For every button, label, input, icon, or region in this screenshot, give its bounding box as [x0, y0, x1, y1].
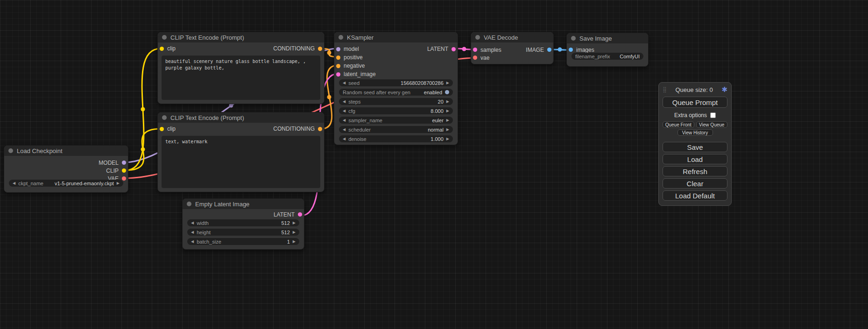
slot-label: MODEL	[99, 160, 119, 166]
node-clip-text-encode-negative[interactable]: CLIP Text Encode (Prompt) clip CONDITION…	[157, 112, 325, 192]
output-slot-image[interactable]	[547, 48, 551, 52]
output-slot-conditioning[interactable]	[318, 127, 322, 131]
widget-scheduler[interactable]: ◀ scheduler normal ▶	[339, 126, 453, 133]
node-ksampler[interactable]: KSampler model positive negative latent_…	[334, 32, 458, 145]
input-slot-negative[interactable]	[336, 64, 340, 68]
slot-label: clip	[167, 45, 176, 52]
input-slot-images[interactable]	[569, 48, 573, 52]
widget-batch-size[interactable]: ◀ batch_size 1 ▶	[187, 238, 299, 245]
clear-button[interactable]: Clear	[663, 178, 727, 189]
arrow-right-icon[interactable]: ▶	[446, 128, 449, 132]
link-midpoint-dot	[327, 51, 332, 55]
load-button[interactable]: Load	[663, 154, 727, 164]
slot-label: CLIP	[106, 168, 119, 174]
widget-label: filename_prefix	[575, 54, 610, 59]
widget-filename-prefix[interactable]: filename_prefix ComfyUI	[572, 53, 643, 60]
view-history-button[interactable]: View History	[677, 129, 713, 136]
widget-cfg[interactable]: ◀ cfg 8.000 ▶	[339, 107, 453, 114]
arrow-right-icon[interactable]: ▶	[117, 182, 120, 185]
settings-gear-icon[interactable]: ✱	[721, 85, 727, 94]
queue-panel-header: ⣿ Queue size: 0 ✱	[663, 85, 727, 94]
collapse-dot[interactable]	[162, 35, 167, 40]
arrow-right-icon[interactable]: ▶	[446, 119, 449, 122]
widget-ckpt-name[interactable]: ◀ ckpt_name v1-5-pruned-emaonly.ckpt ▶	[9, 180, 123, 187]
input-slot-positive[interactable]	[336, 56, 340, 60]
output-slot-vae[interactable]	[122, 176, 126, 181]
arrow-right-icon[interactable]: ▶	[446, 137, 449, 141]
arrow-left-icon[interactable]: ◀	[191, 231, 194, 234]
output-slot-conditioning[interactable]	[318, 47, 322, 51]
refresh-button[interactable]: Refresh	[663, 166, 727, 176]
output-slot-latent[interactable]	[452, 47, 456, 51]
node-load-checkpoint[interactable]: Load Checkpoint MODEL CLIP VAE ◀ ckpt_na…	[4, 145, 128, 193]
arrow-right-icon[interactable]: ▶	[446, 81, 449, 85]
arrow-right-icon[interactable]: ▶	[446, 109, 449, 113]
input-slot-clip[interactable]	[160, 47, 164, 51]
widget-denoise[interactable]: ◀ denoise 1.000 ▶	[339, 135, 453, 142]
arrow-left-icon[interactable]: ◀	[191, 221, 194, 225]
widget-seed[interactable]: ◀ seed 156680208700286 ▶	[339, 79, 453, 86]
output-slot-clip[interactable]	[122, 168, 126, 173]
collapse-dot[interactable]	[187, 202, 191, 206]
arrow-left-icon[interactable]: ◀	[191, 240, 194, 244]
queue-prompt-button[interactable]: Queue Prompt	[663, 97, 727, 108]
node-save-image[interactable]: Save Image images filename_prefix ComfyU…	[566, 33, 649, 67]
arrow-left-icon[interactable]: ◀	[343, 128, 346, 132]
arrow-right-icon[interactable]: ▶	[293, 231, 296, 234]
input-slot-latent-image[interactable]	[336, 72, 340, 77]
input-slot-vae[interactable]	[473, 56, 477, 60]
arrow-right-icon[interactable]: ▶	[446, 100, 449, 104]
arrow-left-icon[interactable]: ◀	[13, 182, 15, 185]
prompt-text-negative[interactable]: text, watermark	[162, 136, 320, 188]
load-default-button[interactable]: Load Default	[663, 190, 727, 201]
node-vae-decode[interactable]: VAE Decode samples vae IMAGE	[471, 32, 554, 64]
collapse-dot[interactable]	[339, 35, 343, 40]
output-slot-latent[interactable]	[298, 212, 302, 217]
collapse-dot[interactable]	[571, 36, 576, 41]
input-slot-clip[interactable]	[160, 127, 164, 131]
collapse-dot[interactable]	[8, 148, 13, 153]
widget-label: height	[197, 230, 211, 235]
queue-panel[interactable]: ⣿ Queue size: 0 ✱ Queue Prompt Extra opt…	[658, 82, 732, 206]
link-midpoint-dot	[558, 48, 562, 52]
arrow-left-icon[interactable]: ◀	[343, 137, 346, 141]
view-queue-button[interactable]: View Queue	[696, 121, 728, 128]
link-midpoint-dot	[462, 47, 466, 51]
drag-handle-icon[interactable]: ⣿	[663, 86, 667, 93]
slot-label: clip	[167, 126, 176, 132]
widget-value: 20	[438, 99, 444, 105]
arrow-left-icon[interactable]: ◀	[343, 119, 346, 122]
collapse-dot[interactable]	[475, 35, 480, 40]
arrow-left-icon[interactable]: ◀	[343, 109, 346, 113]
widget-label: width	[197, 220, 209, 226]
prompt-text-positive[interactable]: beautiful scenery nature glass bottle la…	[162, 56, 320, 100]
queue-front-button[interactable]: Queue Front	[663, 121, 694, 128]
arrow-right-icon[interactable]: ▶	[293, 240, 296, 244]
widget-value: ComfyUI	[620, 54, 640, 59]
input-slot-model[interactable]	[336, 47, 340, 51]
widget-label: cfg	[348, 108, 355, 114]
toggle-knob[interactable]	[445, 90, 449, 94]
extra-options-checkbox[interactable]	[710, 112, 716, 118]
widget-sampler-name[interactable]: ◀ sampler_name euler ▶	[339, 117, 453, 124]
input-slot-samples[interactable]	[473, 48, 477, 52]
arrow-right-icon[interactable]: ▶	[293, 221, 296, 225]
widget-label: scheduler	[348, 127, 371, 133]
widget-value: 156680208700286	[401, 80, 444, 86]
save-button[interactable]: Save	[663, 142, 727, 152]
slot-label: CONDITIONING	[273, 126, 315, 132]
node-empty-latent-image[interactable]: Empty Latent Image LATENT ◀ width 512 ▶ …	[182, 198, 304, 250]
node-title: CLIP Text Encode (Prompt)	[170, 114, 244, 121]
output-slot-model[interactable]	[122, 161, 126, 165]
arrow-left-icon[interactable]: ◀	[343, 81, 346, 85]
node-title: Save Image	[579, 35, 612, 42]
widget-steps[interactable]: ◀ steps 20 ▶	[339, 98, 453, 105]
node-title: KSampler	[347, 34, 374, 41]
arrow-left-icon[interactable]: ◀	[343, 100, 346, 104]
widget-height[interactable]: ◀ height 512 ▶	[187, 229, 299, 236]
widget-random-seed-toggle[interactable]: Random seed after every gen enabled	[339, 89, 453, 96]
collapse-dot[interactable]	[162, 115, 167, 120]
node-clip-text-encode-positive[interactable]: CLIP Text Encode (Prompt) clip CONDITION…	[157, 32, 325, 104]
widget-width[interactable]: ◀ width 512 ▶	[187, 219, 299, 226]
widget-label: sampler_name	[348, 118, 382, 123]
